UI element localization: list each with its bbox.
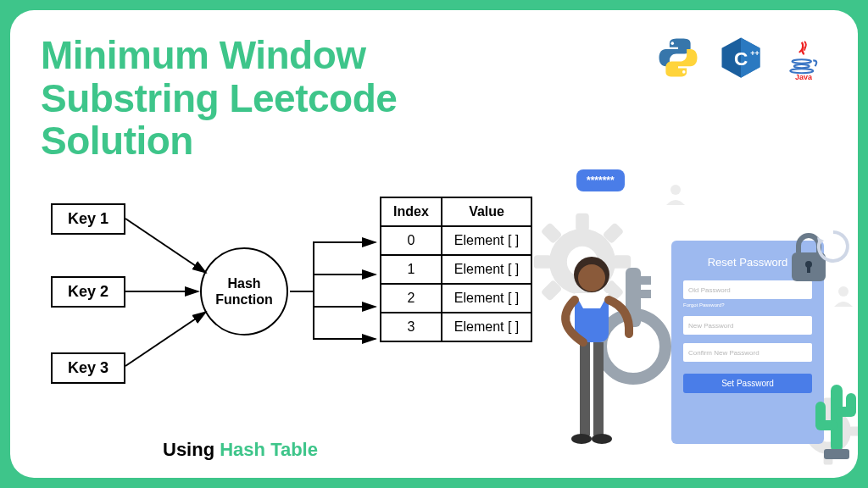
new-password-field[interactable]: New Password xyxy=(683,316,812,335)
caption-highlight: Hash Table xyxy=(220,439,318,460)
svg-rect-47 xyxy=(831,385,843,452)
diagram-caption: Using Hash Table xyxy=(163,439,318,461)
svg-rect-44 xyxy=(593,342,604,435)
svg-point-45 xyxy=(571,434,592,444)
svg-point-1 xyxy=(682,70,686,74)
cell-index: 1 xyxy=(381,255,442,284)
hash-function-circle: Hash Function xyxy=(200,247,288,336)
person-silhouette-icon xyxy=(831,283,856,308)
svg-line-12 xyxy=(125,312,206,366)
key-box-1: Key 1 xyxy=(51,203,125,235)
refresh-arrows-icon xyxy=(812,225,854,268)
col-header-index: Index xyxy=(381,197,442,226)
confirm-password-field[interactable]: Confirm New Password xyxy=(683,343,812,362)
svg-point-46 xyxy=(592,434,612,444)
svg-line-10 xyxy=(125,219,206,273)
key-box-3: Key 3 xyxy=(51,352,125,384)
svg-rect-33 xyxy=(807,264,810,273)
person-silhouette-icon xyxy=(663,181,688,207)
svg-text:C: C xyxy=(734,48,748,69)
svg-text:++: ++ xyxy=(750,49,760,58)
python-icon xyxy=(654,34,702,81)
java-icon: Java xyxy=(780,34,827,81)
person-with-key-illustration xyxy=(536,215,697,478)
svg-point-6 xyxy=(793,59,812,64)
hash-function-label: Hash Function xyxy=(202,275,287,308)
illustration-group: Reset Password Old Password Forgot Passw… xyxy=(502,156,841,478)
cactus-icon xyxy=(810,368,858,461)
cell-index: 3 xyxy=(381,313,442,341)
set-password-button[interactable]: Set Password xyxy=(683,374,812,393)
svg-rect-51 xyxy=(836,407,856,417)
svg-rect-38 xyxy=(639,276,651,285)
key-box-2: Key 2 xyxy=(51,276,125,308)
svg-point-36 xyxy=(624,337,643,356)
forgot-password-link[interactable]: Forgot Password? xyxy=(683,302,812,308)
main-card: Minimum Window Substring Leetcode Soluti… xyxy=(10,10,858,478)
svg-point-7 xyxy=(794,64,810,68)
svg-rect-49 xyxy=(815,420,837,430)
svg-text:Java: Java xyxy=(795,73,813,80)
svg-point-41 xyxy=(578,264,605,291)
cell-index: 0 xyxy=(381,226,442,255)
cpp-icon: C ++ xyxy=(717,34,765,81)
caption-prefix: Using xyxy=(163,439,220,460)
svg-point-30 xyxy=(838,286,849,297)
svg-point-29 xyxy=(670,185,681,195)
svg-rect-39 xyxy=(639,290,651,298)
language-icons-group: C ++ Java xyxy=(654,34,827,81)
svg-point-0 xyxy=(670,42,674,45)
hash-diagram: Key 1 Key 2 Key 3 Hash Function Index Va… xyxy=(41,197,549,417)
page-title: Minimum Window Substring Leetcode Soluti… xyxy=(41,34,515,163)
speech-bubble: ******* xyxy=(576,169,625,191)
svg-rect-52 xyxy=(824,449,849,459)
cell-index: 2 xyxy=(381,284,442,313)
svg-rect-43 xyxy=(580,342,590,435)
